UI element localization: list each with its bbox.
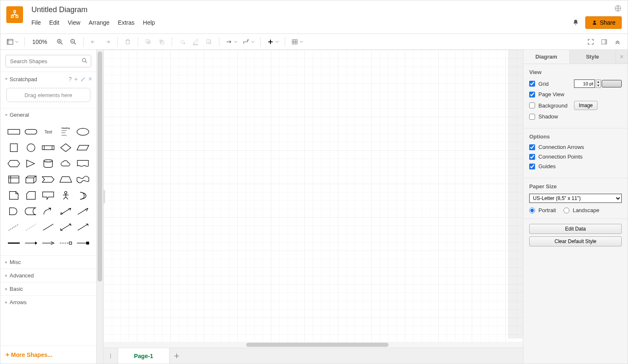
shape-or[interactable]	[76, 189, 90, 202]
menu-extras[interactable]: Extras	[118, 19, 135, 26]
conn-arrows-checkbox[interactable]	[529, 144, 535, 150]
shape-thick-line[interactable]	[6, 237, 21, 249]
spinner-up[interactable]: ▲	[596, 80, 600, 84]
grid-size-input[interactable]	[574, 79, 595, 88]
shape-and[interactable]	[6, 205, 21, 218]
app-logo[interactable]	[6, 6, 23, 23]
background-image-button[interactable]: Image	[574, 101, 597, 110]
menu-arrange[interactable]: Arrange	[89, 19, 110, 26]
grid-size-spinner[interactable]: ▲▼	[596, 79, 601, 88]
shape-heading[interactable]: Heading━━━━━━━━━━━	[58, 126, 73, 138]
edit-data-button[interactable]: Edit Data	[529, 224, 622, 234]
delete-button[interactable]	[122, 36, 134, 48]
tab-diagram[interactable]: Diagram	[523, 50, 570, 64]
pageview-checkbox[interactable]	[529, 92, 535, 97]
shape-arrow-line[interactable]	[76, 221, 90, 233]
tab-style[interactable]: Style	[570, 50, 616, 64]
search-icon[interactable]	[81, 57, 88, 64]
shape-process[interactable]	[41, 141, 56, 154]
misc-header[interactable]: Misc	[0, 255, 96, 269]
shape-dashed-1[interactable]	[6, 221, 21, 233]
landscape-option[interactable]: Landscape	[564, 207, 600, 213]
shape-bidir-line[interactable]	[58, 221, 73, 233]
clear-style-button[interactable]: Clear Default Style	[529, 236, 622, 246]
shape-diamond[interactable]	[58, 141, 73, 154]
conn-points-checkbox[interactable]	[529, 154, 535, 160]
portrait-radio[interactable]	[529, 208, 535, 213]
shadow-button[interactable]	[203, 36, 215, 48]
table-dropdown[interactable]	[289, 38, 305, 46]
insert-dropdown[interactable]	[265, 38, 281, 46]
basic-header[interactable]: Basic	[0, 282, 96, 295]
hscroll-thumb[interactable]	[246, 343, 389, 347]
fill-color-button[interactable]	[176, 36, 188, 48]
more-shapes-button[interactable]: + More Shapes...	[0, 346, 96, 364]
to-front-button[interactable]	[142, 36, 154, 48]
shape-rounded-rectangle[interactable]	[23, 126, 38, 138]
shape-cylinder[interactable]	[41, 157, 56, 170]
collapse-button[interactable]	[612, 36, 623, 48]
canvas[interactable]	[103, 50, 523, 342]
to-back-button[interactable]	[156, 36, 167, 48]
shape-cube[interactable]	[23, 173, 38, 186]
shape-internal-storage[interactable]	[6, 173, 21, 186]
view-sidebar-dropdown[interactable]	[5, 38, 20, 46]
format-panel-button[interactable]	[598, 36, 610, 48]
spinner-down[interactable]: ▼	[596, 84, 600, 87]
shape-line[interactable]	[41, 221, 56, 233]
arrows-header[interactable]: Arrows	[0, 295, 96, 309]
splitter-handle[interactable]	[103, 190, 105, 203]
grid-checkbox[interactable]	[529, 81, 535, 87]
share-button[interactable]: Share	[585, 16, 622, 29]
general-header[interactable]: General	[0, 108, 96, 121]
search-input[interactable]	[5, 55, 91, 67]
shape-parallelogram[interactable]	[76, 141, 90, 154]
globe-icon[interactable]	[614, 5, 622, 12]
shape-arrow[interactable]	[76, 205, 90, 218]
shape-connector-4[interactable]	[76, 237, 90, 249]
shape-bidir-arrow[interactable]	[58, 205, 73, 218]
close-format-panel[interactable]: ×	[616, 50, 628, 64]
shape-square[interactable]	[6, 141, 21, 154]
shape-hexagon[interactable]	[6, 157, 21, 170]
shape-tape[interactable]	[76, 173, 90, 186]
shape-text[interactable]: Text	[41, 126, 56, 138]
line-color-button[interactable]	[190, 36, 201, 48]
background-checkbox[interactable]	[529, 103, 535, 108]
shape-document[interactable]	[76, 157, 90, 170]
shape-dashed-2[interactable]	[23, 221, 38, 233]
help-icon[interactable]: ?	[69, 76, 72, 82]
scratchpad-header[interactable]: Scratchpad ? + ×	[0, 72, 96, 86]
guides-checkbox[interactable]	[529, 164, 535, 169]
menu-help[interactable]: Help	[143, 19, 155, 26]
shape-note[interactable]	[6, 189, 21, 202]
add-icon[interactable]: +	[74, 76, 77, 82]
page-tab-menu[interactable]	[103, 348, 118, 364]
shape-ellipse[interactable]	[76, 126, 90, 138]
zoom-in-button[interactable]	[54, 36, 66, 48]
scrollbar-thumb[interactable]	[98, 51, 102, 282]
shape-connector-3[interactable]	[58, 237, 73, 249]
shape-card[interactable]	[23, 189, 38, 202]
scratchpad-dropzone[interactable]: Drag elements here	[6, 88, 90, 102]
sidebar-scrollbar[interactable]	[97, 50, 103, 364]
shape-connector-2[interactable]	[41, 237, 56, 249]
fullscreen-button[interactable]	[585, 36, 597, 48]
shape-data-storage[interactable]	[23, 205, 38, 218]
shape-callout[interactable]	[41, 189, 56, 202]
canvas-hscrollbar[interactable]	[103, 342, 523, 348]
zoom-out-button[interactable]	[67, 36, 79, 48]
shape-rectangle[interactable]	[6, 126, 21, 138]
shadow-checkbox[interactable]	[529, 114, 535, 120]
waypoint-dropdown[interactable]	[241, 38, 256, 46]
document-title[interactable]: Untitled Diagram	[31, 5, 155, 14]
close-icon[interactable]: ×	[88, 75, 92, 83]
landscape-radio[interactable]	[564, 208, 569, 213]
edit-icon[interactable]	[80, 77, 86, 82]
undo-button[interactable]	[88, 36, 100, 48]
advanced-header[interactable]: Advanced	[0, 269, 96, 282]
shape-actor[interactable]	[58, 189, 73, 202]
shape-triangle[interactable]	[23, 157, 38, 170]
page-tab-1[interactable]: Page-1	[118, 348, 170, 364]
paper-size-select[interactable]: US-Letter (8,5" x 11")	[529, 194, 622, 203]
